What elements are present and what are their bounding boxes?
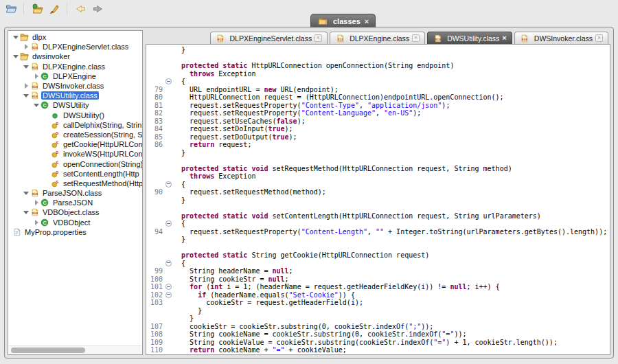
close-icon[interactable]: × xyxy=(412,34,420,42)
forward-icon[interactable] xyxy=(91,3,104,14)
code-line[interactable]: throws Exception xyxy=(146,70,610,78)
collapsed-arrow-icon[interactable] xyxy=(32,73,40,79)
editor-tab-dwsinvoker-class[interactable]: 010DWSInvoker.class× xyxy=(514,32,608,44)
collapsed-arrow-icon[interactable] xyxy=(22,83,30,89)
code-line[interactable]: protected static void setRequestMethod(H… xyxy=(146,165,610,173)
tree-item-parsejson-class[interactable]: 010ParseJSON.class xyxy=(8,188,142,198)
expanded-arrow-icon[interactable] xyxy=(22,207,30,217)
code-line[interactable]: 99 String headerName = null; xyxy=(146,267,610,275)
code-line[interactable] xyxy=(146,54,610,62)
tree-item-dlpxengine-class[interactable]: 010DLPXEngine.class xyxy=(8,62,142,71)
code-line[interactable]: 101 for (int i = 1; (headerName = reques… xyxy=(146,283,610,291)
tree-item-openconnection-string[interactable]: SopenConnection(String) xyxy=(8,159,142,168)
code-line[interactable]: protected static HttpURLConnection openC… xyxy=(146,62,610,70)
tree-item-invokews-httpurlconn[interactable]: SinvokeWS(HttpURLConn xyxy=(8,149,142,159)
close-icon[interactable]: × xyxy=(365,18,369,25)
code-line[interactable]: 102 if (headerName.equals("Set-Cookie"))… xyxy=(146,291,610,299)
close-icon[interactable]: × xyxy=(314,34,322,42)
code-line[interactable]: { xyxy=(146,78,610,86)
expanded-arrow-icon[interactable] xyxy=(32,100,40,110)
fold-minus-icon[interactable] xyxy=(165,292,172,298)
close-icon[interactable]: × xyxy=(502,35,506,41)
code-line[interactable]: } xyxy=(146,46,610,54)
code-line[interactable]: } xyxy=(146,149,610,157)
code-line[interactable]: } xyxy=(146,196,610,205)
back-icon[interactable] xyxy=(74,3,87,14)
tree-item-dwsutility[interactable]: CDWSUtility xyxy=(8,100,142,110)
code-line[interactable] xyxy=(146,244,610,252)
tree-item-getcookie-httpurlcon[interactable]: SgetCookie(HttpURLCon xyxy=(8,139,142,149)
expanded-arrow-icon[interactable] xyxy=(22,188,30,198)
tree-item-vdbobject[interactable]: CVDBObject xyxy=(8,218,142,227)
code-line[interactable]: } xyxy=(146,307,610,315)
code-line[interactable]: 86 return request; xyxy=(146,141,610,149)
main-tab-classes[interactable]: classes × xyxy=(310,14,376,27)
code-line[interactable]: 107 cookieStr = cookieStr.substring(0, c… xyxy=(146,323,610,331)
code-line[interactable]: { xyxy=(146,260,610,268)
fold-collapse-icon[interactable] xyxy=(163,291,173,299)
code-line[interactable]: 108 String cookieName = cookieStr.substr… xyxy=(146,330,610,339)
fold-collapse-icon[interactable] xyxy=(163,78,173,86)
code-line[interactable]: throws Exception xyxy=(146,172,610,181)
code-line[interactable]: protected static String getCookie(HttpUR… xyxy=(146,251,610,260)
collapsed-arrow-icon[interactable] xyxy=(22,44,30,49)
code-line[interactable]: 79 URL endpointURL = new URL(endpoint); xyxy=(146,86,610,94)
code-line[interactable]: 90 request.setRequestMethod(method); xyxy=(146,188,610,196)
code-line[interactable]: 81 request.setRequestProperty("Content-T… xyxy=(146,102,610,110)
code-line[interactable]: protected static void setContentLength(H… xyxy=(146,212,610,220)
tree-item-setrequestmethod-http[interactable]: SsetRequestMethod(Http xyxy=(8,179,142,188)
expanded-arrow-icon[interactable] xyxy=(22,62,30,71)
code-line[interactable]: { xyxy=(146,181,610,189)
close-icon[interactable]: × xyxy=(595,34,603,42)
fold-collapse-icon[interactable] xyxy=(163,220,173,228)
tree-item-dlpxengineservlet-class[interactable]: 010DLPXEngineServlet.class xyxy=(8,42,142,52)
fold-minus-icon[interactable] xyxy=(165,220,172,227)
tree-item-dwsinvoker[interactable]: dwsinvoker xyxy=(8,52,142,61)
tree-item-dlpxengine[interactable]: CDLPXEngine xyxy=(8,71,142,81)
fold-collapse-icon[interactable] xyxy=(163,283,173,291)
fold-collapse-icon[interactable] xyxy=(163,260,173,268)
code-line[interactable]: 100 String cookieStr = null; xyxy=(146,275,610,284)
code-line[interactable]: 84 request.setDoInput(true); xyxy=(146,125,610,133)
tree-item-parsejson[interactable]: CParseJSON xyxy=(8,198,142,207)
code-line[interactable] xyxy=(146,204,610,212)
search-icon[interactable] xyxy=(48,3,60,14)
open-type-icon[interactable] xyxy=(31,3,43,14)
tree-item-calldelphix-string-strin[interactable]: ScallDelphix(String, Strin xyxy=(8,120,142,130)
collapsed-arrow-icon[interactable] xyxy=(32,200,40,205)
editor-tab-dwsutility-class[interactable]: 010DWSUtility.class× xyxy=(427,32,512,44)
scrollbar-thumb[interactable] xyxy=(11,348,85,353)
fold-collapse-icon[interactable] xyxy=(163,181,173,189)
code-line[interactable]: 80 HttpURLConnection request = (HttpURLC… xyxy=(146,93,610,102)
collapsed-arrow-icon[interactable] xyxy=(32,220,40,225)
code-line[interactable] xyxy=(146,157,610,165)
tree-item-createsession-string-st[interactable]: ScreateSession(String, St xyxy=(8,130,142,139)
tree-horizontal-scrollbar[interactable] xyxy=(9,345,141,354)
editor-tab-dlpxengineservlet-class[interactable]: 010DLPXEngineServlet.class× xyxy=(210,32,328,44)
code-line[interactable]: { xyxy=(146,220,610,228)
tree-item-dwsutility[interactable]: DWSUtility() xyxy=(8,111,142,120)
open-file-icon[interactable] xyxy=(5,3,17,14)
expanded-arrow-icon[interactable] xyxy=(12,52,19,61)
fold-minus-icon[interactable] xyxy=(165,78,172,84)
tree-item-setcontentlength-http[interactable]: SsetContentLength(Http xyxy=(8,169,142,179)
expanded-arrow-icon[interactable] xyxy=(12,32,19,42)
code-area[interactable]: } protected static HttpURLConnection ope… xyxy=(146,44,610,355)
fold-minus-icon[interactable] xyxy=(165,260,172,266)
fold-minus-icon[interactable] xyxy=(165,181,172,187)
expanded-arrow-icon[interactable] xyxy=(22,91,30,100)
code-line[interactable]: 83 request.setUseCaches(false); xyxy=(146,117,610,126)
tree-item-dwsinvoker-class[interactable]: 010DWSInvoker.class xyxy=(8,81,142,91)
editor-tab-dlpxengine-class[interactable]: 010DLPXEngine.class× xyxy=(330,32,425,44)
tree-item-vdbobject-class[interactable]: 010VDBObject.class xyxy=(8,207,142,217)
code-line[interactable]: 109 String cookieValue = cookieStr.subst… xyxy=(146,339,610,347)
code-line[interactable]: 85 request.setDoOutput(true); xyxy=(146,133,610,141)
code-line[interactable]: 94 request.setRequestProperty("Content-L… xyxy=(146,228,610,236)
tree-item-dlpx[interactable]: dlpx xyxy=(8,32,142,42)
tree-item-myprop-properties[interactable]: MyProp.properties xyxy=(8,227,142,237)
code-line[interactable]: } xyxy=(146,315,610,323)
fold-minus-icon[interactable] xyxy=(165,284,172,290)
tree-item-dwsutility-class[interactable]: 010DWSUtility.class xyxy=(8,91,142,100)
code-line[interactable]: 103 cookieStr = request.getHeaderField(i… xyxy=(146,299,610,307)
code-line[interactable]: } xyxy=(146,236,610,244)
